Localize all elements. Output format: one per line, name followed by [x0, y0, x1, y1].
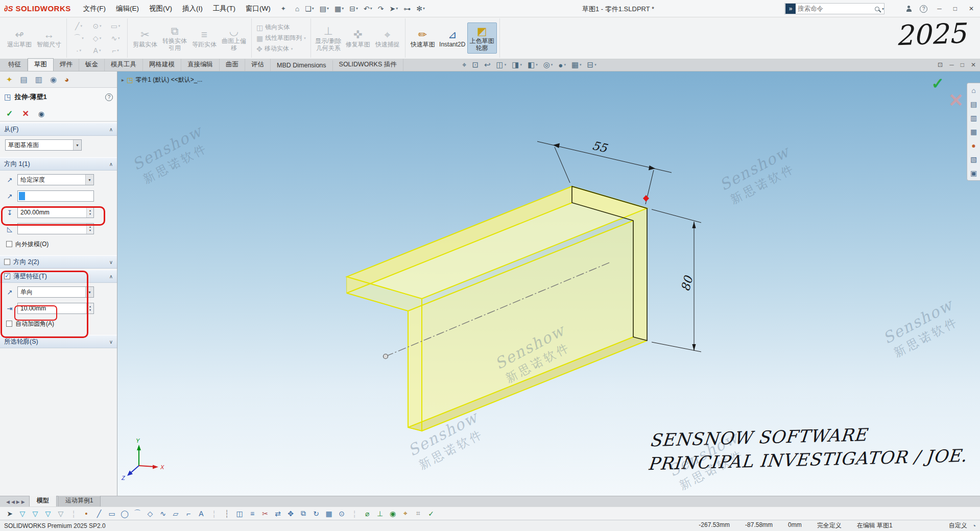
save-button[interactable]: ▦ ▾	[332, 4, 346, 14]
convert-entities-button[interactable]: ⧉ 转换实体引用	[160, 22, 189, 54]
auto-fillet-option[interactable]: 自动加圆角(A)	[5, 319, 112, 329]
dimension-width-text[interactable]: 55	[591, 139, 609, 155]
ribbon-tab[interactable]: 模具工具	[105, 59, 143, 71]
thin-direction-icon[interactable]: ↗	[5, 288, 14, 296]
shaded-sketch-contours-button[interactable]: ◩ 上色草图轮廓	[467, 22, 497, 54]
ribbon-tab[interactable]: 钣金	[79, 59, 105, 71]
checkbox[interactable]	[6, 241, 12, 247]
instant2d-button[interactable]: ⊿ Instant2D	[438, 26, 467, 50]
sign-in-icon[interactable]	[905, 6, 912, 12]
confirm-cancel-icon[interactable]: ✕	[948, 90, 964, 111]
checkbox[interactable]	[6, 321, 12, 327]
offset-on-surface-button[interactable]: ◡ 曲面上偏移	[219, 22, 249, 54]
sketch-point-tool[interactable]: •	[81, 510, 92, 518]
custom-label[interactable]: 自定义	[949, 521, 967, 530]
sketch-point-tool[interactable]: · ▾	[69, 46, 88, 55]
units-globe-icon[interactable]: ◔	[972, 522, 976, 529]
add-relation-tool[interactable]: ⊥	[374, 510, 386, 518]
file-explorer-tab[interactable]: ▥	[970, 114, 977, 122]
end-condition-select[interactable]: 给定深度 ▼	[17, 174, 94, 185]
separator[interactable]: ¦	[208, 510, 220, 518]
search-dropdown-icon[interactable]: ▾	[882, 7, 884, 11]
section-view-button[interactable]: ◫ ▾	[496, 60, 507, 69]
from-plane-select[interactable]: 草图基准面 ▼	[5, 139, 82, 151]
direction-reference-field[interactable]	[17, 190, 94, 202]
repair-sketch-button[interactable]: ✜ 修复草图	[343, 26, 373, 50]
filter-edges[interactable]: ▽	[42, 510, 54, 518]
depth-spinner[interactable]: 200.00mm ▴▾	[17, 207, 94, 218]
copy-entities-tool[interactable]: ⧉	[298, 509, 309, 518]
dimxpertmanager-tab[interactable]: ◉	[50, 75, 57, 84]
chevron-down-icon[interactable]: ▼	[85, 175, 93, 185]
chevron-down-icon[interactable]: ▼	[85, 287, 93, 297]
sketch-line-tool[interactable]: ╱ ▾	[69, 22, 88, 30]
mirror-entities-button[interactable]: ◫ 镜向实体 ▾	[254, 22, 308, 32]
mirror-entities-tool[interactable]: ◫	[234, 510, 245, 518]
spinner-arrows[interactable]: ▴▾	[86, 207, 93, 218]
flyout-tree-arrow-icon[interactable]: ▸	[122, 77, 124, 83]
tab-scroll-arrow-icon[interactable]: ▶	[16, 499, 20, 504]
close-button[interactable]: ✕	[967, 5, 976, 12]
circular-pattern-tool[interactable]: ⊙	[336, 510, 347, 518]
centerline-endpoint[interactable]	[384, 354, 388, 359]
trim-entities-button[interactable]: ✂ 剪裁实体	[130, 26, 160, 50]
attachments-button[interactable]: ⊶ ▾	[401, 4, 413, 14]
close-viewport-button[interactable]: ✕	[971, 61, 976, 68]
ribbon-tab[interactable]: SOLIDWORKS 插件	[333, 59, 403, 71]
custom-status-control[interactable]: 自定义 ◔	[949, 521, 976, 530]
tab-scroll-arrow-icon[interactable]: ▶	[21, 499, 25, 504]
grid-settings-tool[interactable]: ⌗	[413, 509, 424, 518]
tab-scroll-arrow-icon[interactable]: ◀	[6, 499, 10, 504]
extrude-preview-model[interactable]	[347, 186, 647, 431]
sketch-text-tool[interactable]: A ▾	[88, 46, 106, 55]
sketch-slot-tool[interactable]: ▱	[170, 510, 181, 518]
view-palette-tab[interactable]: ▦	[970, 128, 977, 136]
draft-outward-option[interactable]: 向外拔模(O)	[5, 239, 112, 249]
convert-entities-tool[interactable]: ⇄	[272, 510, 283, 518]
ribbon-tab[interactable]: 网格建模	[143, 59, 181, 71]
featuremanager-tab[interactable]: ✦	[6, 75, 13, 84]
sketch-polygon-tool[interactable]: ◇	[145, 510, 156, 518]
ribbon-tab[interactable]: 焊件	[54, 59, 79, 71]
pin-menu-icon[interactable]: ✦	[281, 5, 286, 12]
view-settings-button[interactable]: ⊟ ▾	[587, 60, 596, 69]
sketch-point-marker[interactable]	[643, 195, 649, 202]
smart-dimension-tool[interactable]: ⌀	[362, 510, 373, 518]
move-entities-tool[interactable]: ✥	[285, 510, 296, 518]
preview-eye-icon[interactable]: ◉	[38, 110, 44, 118]
sketch-rectangle-tool[interactable]: ▭ ▾	[106, 22, 125, 30]
custom-properties-tab[interactable]: ▧	[970, 155, 977, 163]
redo-button[interactable]: ↷ ▾	[376, 4, 386, 14]
quick-snaps-button[interactable]: ⌖ 快速捕捉	[373, 26, 402, 50]
offset-entities-tool[interactable]: ≡	[247, 510, 258, 518]
sketch-circle-tool[interactable]: ⊙ ▾	[88, 22, 106, 30]
home-taskpane-tab[interactable]: ⌂	[971, 86, 975, 94]
linear-pattern-tool[interactable]: ▦	[323, 510, 334, 518]
ribbon-tab[interactable]: 曲面	[220, 59, 245, 71]
select-button[interactable]: ➤ ▾	[388, 4, 400, 14]
sketch-ok-tool[interactable]: ✓	[425, 510, 437, 518]
graphics-area[interactable]: 55 80 Y X	[117, 71, 980, 496]
propertymanager-tab[interactable]: ▤	[20, 75, 28, 84]
help-icon[interactable]: ?	[920, 5, 927, 13]
print-button[interactable]: ⊟ ▾	[347, 4, 360, 14]
direction2-checkbox[interactable]	[4, 259, 10, 265]
chevron-down-icon[interactable]: ▼	[73, 140, 81, 150]
move-entities-button[interactable]: ✥ 移动实体 ▾	[254, 44, 308, 54]
separator[interactable]: ¦	[349, 510, 360, 518]
menu-item[interactable]: 文件(F)	[78, 4, 111, 13]
reverse-direction-icon[interactable]: ↗	[5, 176, 14, 184]
confirm-ok-icon[interactable]: ✓	[931, 75, 944, 92]
ok-button[interactable]: ✓	[6, 109, 13, 118]
direction1-section-header[interactable]: 方向 1(1) ∧	[0, 157, 117, 171]
tab-scroll-arrow-icon[interactable]: ◀	[11, 499, 15, 504]
maximize-button[interactable]: □	[951, 5, 959, 12]
maximize-viewport-button[interactable]: □	[961, 61, 964, 68]
part-name[interactable]: 零件1 (默认) <<默认>_...	[135, 76, 202, 84]
direction-reference-icon[interactable]: ↗	[5, 192, 14, 200]
menu-item[interactable]: 插入(I)	[177, 4, 208, 13]
display-relations-tool[interactable]: ◉	[387, 510, 398, 518]
feature-tree-breadcrumb[interactable]: ▸ ◳ 零件1 (默认) <<默认>_...	[122, 76, 202, 84]
menu-item[interactable]: 视图(V)	[144, 4, 177, 13]
thin-feature-checkbox[interactable]	[4, 273, 10, 279]
